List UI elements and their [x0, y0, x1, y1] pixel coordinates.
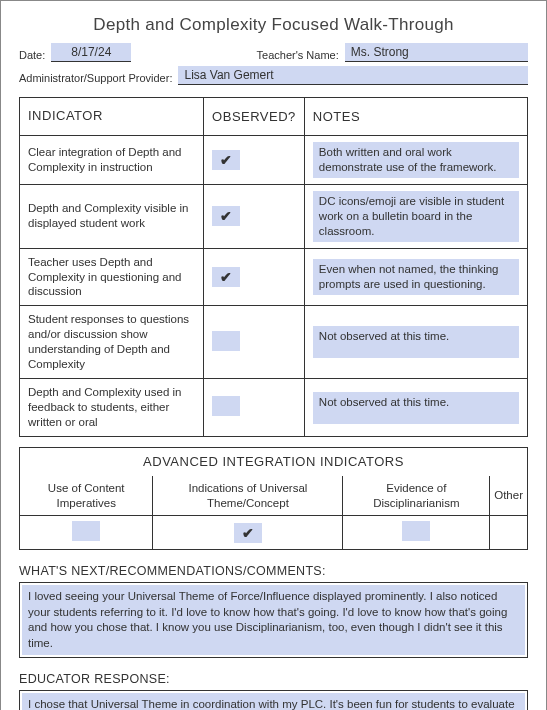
notes-field[interactable]: Even when not named, the thinking prompt… [313, 259, 519, 295]
admin-field[interactable]: Lisa Van Gemert [178, 66, 528, 85]
advanced-table: ADVANCED INTEGRATION INDICATORS Use of C… [19, 447, 528, 550]
table-row: Student responses to questions and/or di… [20, 306, 528, 379]
educator-response-box: I chose that Universal Theme in coordina… [19, 690, 528, 710]
advanced-col-header: Evidence of Disciplinarianism [343, 476, 490, 515]
observed-checkbox[interactable]: ✔ [212, 267, 240, 287]
indicator-cell: Depth and Complexity visible in displaye… [20, 184, 204, 248]
advanced-col-header: Indications of Universal Theme/Concept [153, 476, 343, 515]
date-label: Date: [19, 49, 45, 62]
header-row-2: Administrator/Support Provider: Lisa Van… [19, 66, 528, 85]
educator-response-label: EDUCATOR RESPONSE: [19, 672, 528, 686]
table-row: Teacher uses Depth and Complexity in que… [20, 248, 528, 306]
admin-label: Administrator/Support Provider: [19, 72, 172, 85]
notes-field[interactable]: DC icons/emoji are visible in student wo… [313, 191, 519, 242]
observed-checkbox[interactable] [212, 396, 240, 416]
whats-next-box: I loved seeing your Universal Theme of F… [19, 582, 528, 658]
observed-checkbox[interactable]: ✔ [212, 150, 240, 170]
table-row: Depth and Complexity visible in displaye… [20, 184, 528, 248]
whats-next-label: WHAT'S NEXT/RECOMMENDATIONS/COMMENTS: [19, 564, 528, 578]
notes-field[interactable]: Not observed at this time. [313, 392, 519, 424]
page-title: Depth and Complexity Focused Walk-Throug… [19, 15, 528, 35]
whats-next-field[interactable]: I loved seeing your Universal Theme of F… [22, 585, 525, 655]
teacher-name-field[interactable]: Ms. Strong [345, 43, 528, 62]
col-header-notes: NOTES [304, 98, 527, 136]
advanced-checkbox[interactable] [72, 521, 100, 541]
col-header-indicator: INDICATOR [20, 98, 204, 136]
header-row-1: Date: 8/17/24 Teacher's Name: Ms. Strong [19, 43, 528, 62]
notes-field[interactable]: Not observed at this time. [313, 326, 519, 358]
observed-checkbox[interactable] [212, 331, 240, 351]
advanced-checkbox[interactable] [402, 521, 430, 541]
indicator-cell: Clear integration of Depth and Complexit… [20, 135, 204, 184]
col-header-observed: OBSERVED? [204, 98, 305, 136]
advanced-col-header: Use of Content Imperatives [20, 476, 153, 515]
teacher-name-label: Teacher's Name: [257, 49, 339, 62]
table-row: Depth and Complexity used in feedback to… [20, 379, 528, 437]
advanced-checkbox[interactable]: ✔ [234, 523, 262, 543]
indicator-table: INDICATOR OBSERVED? NOTES Clear integrat… [19, 97, 528, 437]
notes-field[interactable]: Both written and oral work demonstrate u… [313, 142, 519, 178]
indicator-cell: Teacher uses Depth and Complexity in que… [20, 248, 204, 306]
educator-response-field[interactable]: I chose that Universal Theme in coordina… [22, 693, 525, 710]
advanced-title: ADVANCED INTEGRATION INDICATORS [20, 447, 528, 476]
indicator-cell: Student responses to questions and/or di… [20, 306, 204, 379]
advanced-col-header: Other [490, 476, 528, 515]
date-field[interactable]: 8/17/24 [51, 43, 131, 62]
observed-checkbox[interactable]: ✔ [212, 206, 240, 226]
advanced-checkbox[interactable] [495, 521, 523, 541]
table-row: Clear integration of Depth and Complexit… [20, 135, 528, 184]
indicator-cell: Depth and Complexity used in feedback to… [20, 379, 204, 437]
